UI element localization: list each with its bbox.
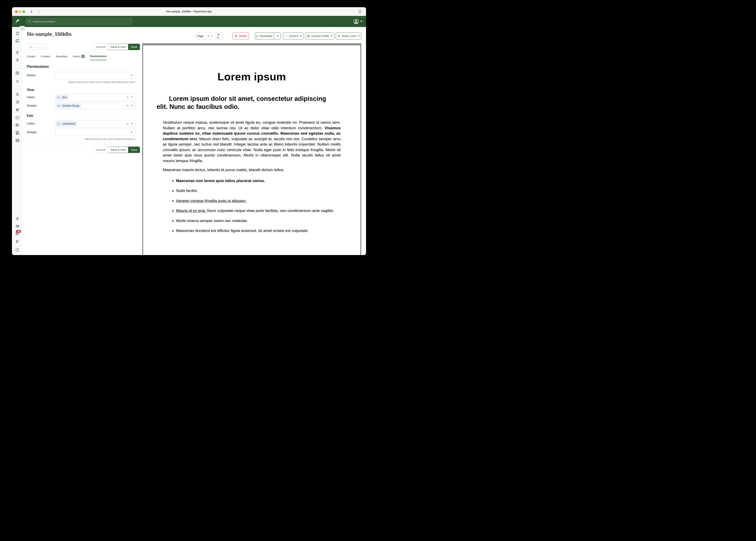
save-button[interactable]: Save <box>128 147 140 153</box>
document-title: file-sample_150kBs <box>27 32 72 37</box>
tag-remove-icon[interactable]: x <box>56 121 60 126</box>
discard-button[interactable]: Discard <box>93 147 108 153</box>
help-icon[interactable] <box>15 248 20 253</box>
discard-button[interactable]: Discard <box>93 44 108 50</box>
view-groups-label: Groups: <box>27 104 37 107</box>
preview-bullet-list: Maecenas non lorem quis tellus placerat … <box>163 178 341 234</box>
owner-hint: Objects without an owner can be viewed a… <box>55 81 135 83</box>
tab-content[interactable]: Content <box>41 55 50 60</box>
list-item: Morbi viverra semper lorem nec molestie. <box>176 218 341 224</box>
storage-paths-icon[interactable] <box>15 115 20 120</box>
search-input[interactable] <box>26 18 132 25</box>
close-document-button[interactable]: x <box>27 44 34 50</box>
clear-icon[interactable]: ✕ <box>126 104 129 107</box>
notes-count-badge: 5 <box>81 55 85 58</box>
selected-tag: x Another Group <box>56 103 81 108</box>
view-users-label: Users: <box>27 96 35 99</box>
chevron-down-icon <box>360 21 362 22</box>
app-header <box>12 16 366 27</box>
chevron-down-icon <box>131 105 133 106</box>
owner-select[interactable] <box>55 72 135 79</box>
document-types-icon[interactable] <box>15 107 20 112</box>
owner-label: Owner: <box>27 74 36 77</box>
next-document-button[interactable]: → <box>41 44 48 50</box>
user-menu[interactable] <box>353 19 362 24</box>
download-options-button[interactable] <box>275 33 281 39</box>
share-links-button[interactable]: Share Links <box>336 33 361 39</box>
page-count-label: of 4 <box>215 33 222 39</box>
chevron-down-icon <box>277 35 279 37</box>
edit-groups-select[interactable] <box>55 129 135 136</box>
list-item: Maecenas tincidunt est efficitur ligula … <box>176 228 341 234</box>
correspondents-icon[interactable] <box>15 92 20 97</box>
edit-groups-label: Groups: <box>27 131 37 134</box>
tags-icon[interactable] <box>15 100 20 105</box>
paperless-leaf-icon[interactable] <box>15 19 20 24</box>
close-all-documents-icon[interactable] <box>15 79 20 84</box>
save-and-next-button[interactable]: Save & next <box>108 147 128 153</box>
actions-button[interactable]: ··· Actions <box>283 33 303 39</box>
tab-notes[interactable]: Notes5 <box>73 55 85 60</box>
user-avatar-icon <box>353 19 359 24</box>
sidebar-expand-button[interactable]: » <box>19 26 25 31</box>
save-button-group-top: Discard Save & next Save <box>93 44 140 50</box>
save-button[interactable]: Save <box>128 44 140 50</box>
preview-document-subtitle: Lorem ipsum dolor sit amet, consectetur … <box>163 95 341 111</box>
edit-users-label: Users: <box>27 122 35 125</box>
preview-paragraph: Vestibulum neque massa, scelerisque sit … <box>163 120 341 164</box>
logs-icon[interactable] <box>15 239 20 244</box>
clear-icon[interactable]: ✕ <box>126 122 129 125</box>
delete-button[interactable]: Delete <box>232 33 249 39</box>
list-item: Maecenas non lorem quis tellus placerat … <box>176 178 341 184</box>
page-stepper-arrows-icon[interactable]: ▴▾ <box>210 34 213 38</box>
mail-icon[interactable] <box>15 138 20 143</box>
page-number-value[interactable]: 1 <box>208 34 209 38</box>
window-title: file-sample_150kBs - Paperless-ngx <box>12 7 366 16</box>
tab-permissions[interactable]: Permissions <box>90 55 106 60</box>
save-and-next-button[interactable]: Save & next <box>108 44 128 50</box>
workflows-icon[interactable] <box>15 130 20 135</box>
view-groups-select[interactable]: x Another Group ✕ <box>55 102 135 109</box>
chevron-down-icon <box>131 132 133 133</box>
previous-document-button[interactable]: ← <box>34 44 41 50</box>
download-button[interactable]: Download <box>255 34 273 38</box>
view-users-select[interactable]: x test ✕ <box>55 94 135 101</box>
tag-remove-icon[interactable]: x <box>56 103 60 108</box>
tab-details[interactable]: Details <box>27 55 35 60</box>
settings-icon[interactable] <box>15 216 20 221</box>
edit-users-select[interactable]: x username2 ✕ <box>55 120 135 127</box>
page-label: Page <box>195 33 206 39</box>
app-window: file-sample_150kBs - Paperless-ngx <box>12 7 366 255</box>
chevron-down-icon <box>300 35 302 37</box>
selected-tag: x test <box>56 95 68 100</box>
share-icon[interactable] <box>358 9 362 14</box>
users-groups-icon[interactable] <box>15 224 20 229</box>
permissions-heading: Permissions <box>27 65 49 69</box>
saved-view-filter-icon-2[interactable] <box>15 58 20 63</box>
tag-remove-icon[interactable]: x <box>56 95 60 100</box>
saved-view-filter-icon[interactable] <box>15 50 20 55</box>
tab-metadata[interactable]: Metadata <box>56 55 67 60</box>
chevron-down-icon <box>331 35 332 37</box>
page-number-stepper[interactable]: 1 ▴▾ <box>206 33 215 39</box>
macos-titlebar: file-sample_150kBs - Paperless-ngx <box>12 7 366 16</box>
list-item: Aenean congue fringilla justo ut aliquam… <box>176 198 341 204</box>
divider <box>26 144 135 144</box>
home-icon[interactable] <box>15 31 20 36</box>
edit-heading: Edit <box>27 114 33 118</box>
selected-tag: x username2 <box>56 121 77 126</box>
divider <box>26 53 135 53</box>
edit-hint: Edit permissions also grant viewing perm… <box>55 138 135 140</box>
ellipsis-icon: ··· <box>285 34 288 38</box>
sidebar <box>12 27 22 255</box>
documents-icon[interactable] <box>15 38 20 43</box>
list-item: Nulla facilisi. <box>176 188 341 194</box>
open-document-icon[interactable] <box>15 71 20 76</box>
custom-fields-button[interactable]: Custom Fields <box>305 33 334 39</box>
custom-fields-icon <box>307 34 310 38</box>
document-nav-group: x ← → <box>27 44 48 50</box>
custom-fields-icon[interactable] <box>15 123 20 127</box>
pdf-page: Lorem ipsum Lorem ipsum dolor sit amet, … <box>143 45 360 255</box>
pdf-preview-pane[interactable]: Lorem ipsum Lorem ipsum dolor sit amet, … <box>142 43 361 255</box>
clear-icon[interactable]: ✕ <box>126 96 129 99</box>
